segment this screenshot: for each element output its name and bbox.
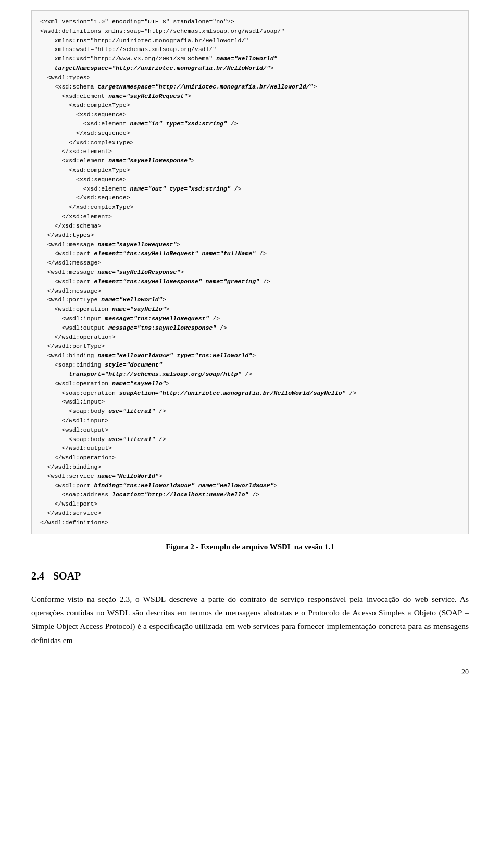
code-line-44: </wsdl:input>	[40, 417, 108, 424]
figure-caption: Figura 2 - Exemplo de arquivo WSDL na ve…	[31, 543, 469, 551]
code-line-11: <xsd:sequence>	[40, 111, 127, 118]
wsdl-code: <?xml version="1.0" encoding="UTF-8" sta…	[31, 10, 469, 534]
code-line-27: </wsdl:message>	[40, 259, 101, 266]
code-line-31: <wsdl:portType name="HelloWorld">	[40, 296, 166, 303]
code-line-10: <xsd:complexType>	[40, 102, 130, 108]
code-line-21: </xsd:complexType>	[40, 204, 133, 210]
code-line-37: <wsdl:binding name="HelloWorldSOAP" type…	[40, 352, 256, 359]
code-line-47: </wsdl:output>	[40, 445, 112, 451]
code-line-49: </wsdl:binding>	[40, 463, 101, 470]
code-line-39: transport="http://schemas.xmlsoap.org/so…	[40, 371, 252, 378]
code-line-52: <soap:address location="http://localhost…	[40, 491, 259, 498]
code-line-28: <wsdl:message name="sayHelloResponse">	[40, 269, 184, 275]
code-line-5: xmlns:xsd="http://www.v3.org/2001/XMLSch…	[40, 55, 277, 62]
code-line-40: <wsdl:operation name="sayHello">	[40, 380, 169, 387]
code-line-45: <wsdl:output>	[40, 426, 108, 433]
code-line-17: <xsd:complexType>	[40, 167, 130, 173]
code-line-41: <soap:operation soapAction="http://uniri…	[40, 389, 356, 396]
section-title: SOAP	[53, 570, 81, 582]
code-line-30: </wsdl:message>	[40, 287, 101, 294]
code-line-33: <wsdl:input message="tns:sayHelloRequest…	[40, 315, 220, 322]
code-line-50: <wsdl:service name="HelloWorld">	[40, 473, 162, 480]
code-line-38: <soap:binding style="document"	[40, 361, 162, 368]
code-line-12: <xsd:element name="in" type="xsd:string"…	[40, 120, 238, 127]
code-line-53: </wsdl:port>	[40, 500, 97, 507]
code-block-container: <?xml version="1.0" encoding="UTF-8" sta…	[31, 10, 469, 534]
code-line-4: xmlns:wsdl="http://schemas.xmlsoap.org/v…	[40, 46, 216, 53]
code-line-25: <wsdl:message name="sayHelloRequest">	[40, 241, 180, 248]
code-line-6: targetNamespace="http://uniriotec.monogr…	[40, 65, 274, 71]
code-line-43: <soap:body use="literal" />	[40, 408, 166, 414]
code-line-51: <wsdl:port binding="tns:HelloWorldSOAP" …	[40, 482, 278, 489]
code-line-42: <wsdl:input>	[40, 398, 105, 405]
code-line-26: <wsdl:part element="tns:sayHelloRequest"…	[40, 250, 267, 257]
code-line-7: <wsdl:types>	[40, 74, 91, 81]
code-line-19: <xsd:element name="out" type="xsd:string…	[40, 185, 241, 192]
code-line-23: </xsd:schema>	[40, 222, 101, 229]
code-line-13: </xsd:sequence>	[40, 130, 130, 136]
code-line-22: </xsd:element>	[40, 213, 112, 220]
code-line-46: <soap:body use="literal" />	[40, 436, 166, 443]
code-line-16: <xsd:element name="sayHelloResponse">	[40, 157, 195, 164]
code-line-1: <?xml version="1.0" encoding="UTF-8" sta…	[40, 18, 234, 25]
code-line-2: <wsdl:definitions xmlns:soap="http://sch…	[40, 28, 284, 34]
code-line-8: <xsd:schema targetNamespace="http://unir…	[40, 83, 317, 90]
code-line-35: </wsdl:operation>	[40, 334, 116, 341]
code-line-55: </wsdl:definitions>	[40, 519, 108, 526]
code-line-29: <wsdl:part element="tns:sayHelloResponse…	[40, 278, 270, 285]
code-line-20: </xsd:sequence>	[40, 194, 130, 201]
code-line-15: </xsd:element>	[40, 148, 112, 155]
page-number: 20	[31, 668, 469, 676]
code-line-32: <wsdl:operation name="sayHello">	[40, 306, 169, 312]
body-paragraph-1: Conforme visto na seção 2.3, o WSDL desc…	[31, 593, 469, 647]
section-heading: 2.4 SOAP	[31, 570, 469, 582]
code-line-54: </wsdl:service>	[40, 510, 101, 517]
code-line-34: <wsdl:output message="tns:sayHelloRespon…	[40, 324, 227, 331]
code-line-48: </wsdl:operation>	[40, 454, 116, 461]
code-line-24: </wsdl:types>	[40, 232, 94, 238]
section-number: 2.4	[31, 570, 44, 582]
code-line-18: <xsd:sequence>	[40, 176, 127, 183]
code-line-14: </xsd:complexType>	[40, 139, 133, 146]
code-line-36: </wsdl:portType>	[40, 343, 105, 349]
code-line-3: xmlns:tns="http://uniriotec.monografia.b…	[40, 37, 248, 44]
code-line-9: <xsd:element name="sayHelloRequest">	[40, 93, 191, 99]
